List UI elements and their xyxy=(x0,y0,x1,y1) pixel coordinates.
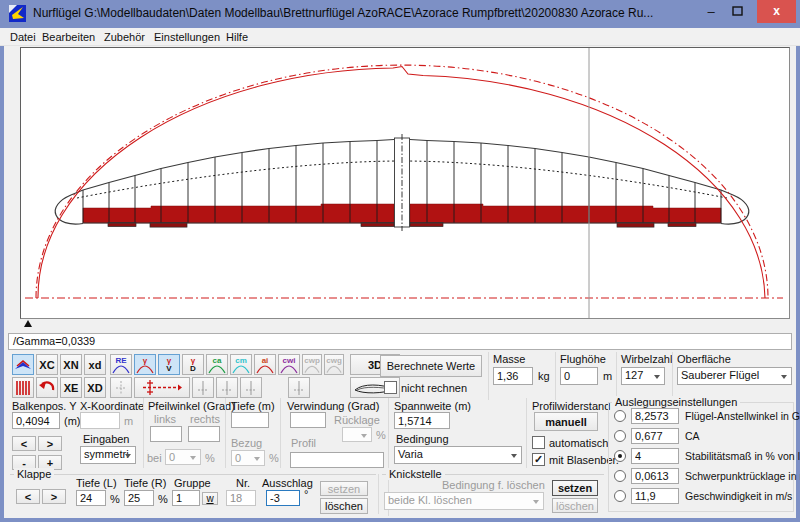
gamma-curve-button[interactable]: γ xyxy=(134,354,156,375)
ca-curve-button[interactable]: ca xyxy=(206,354,228,375)
berechnete-werte-button[interactable]: Berechnete Werte xyxy=(380,355,482,377)
axis-small-button-3[interactable] xyxy=(216,377,238,398)
axis-small-button-4[interactable] xyxy=(240,377,262,398)
flughoehe-input[interactable] xyxy=(560,367,598,385)
wing-canvas[interactable] xyxy=(20,47,790,319)
cwp-curve-button[interactable]: cwp xyxy=(302,354,322,375)
knickstelle-select[interactable]: beide Kl. löschen xyxy=(384,492,544,510)
re-curve-button[interactable]: RE xyxy=(110,354,132,375)
geschwindigkeit-label: Geschwindigkeit in m/s xyxy=(685,490,792,502)
xkoordinate-input[interactable] xyxy=(80,412,120,429)
pfeilwinkel-links-input[interactable] xyxy=(150,426,182,442)
gamma-v-button[interactable]: γ V xyxy=(158,354,180,375)
nicht-rechnen-checkbox[interactable]: nicht rechnen xyxy=(384,381,467,394)
gamma-curve-icon xyxy=(136,365,154,374)
knickstelle-setzen-button[interactable]: setzen xyxy=(552,480,598,496)
gruppe-input[interactable] xyxy=(172,490,200,506)
balkenpos-input[interactable] xyxy=(12,412,60,429)
flughoehe-label: Flughöhe xyxy=(560,353,606,365)
pfeilwinkel-rechts-input[interactable] xyxy=(188,426,220,442)
axis-small-button-5[interactable] xyxy=(288,377,310,398)
menu-item-bearbeiten[interactable]: Bearbeiten xyxy=(38,30,99,44)
spannweite-input[interactable] xyxy=(394,412,450,429)
close-icon: x xyxy=(773,4,780,18)
xd-button[interactable]: xd xyxy=(84,354,106,375)
axis-wide-button[interactable] xyxy=(134,377,190,398)
stabilitaetsmass-input[interactable] xyxy=(631,448,679,464)
gamma-status-field[interactable]: /Gamma=0,0339 xyxy=(8,333,792,350)
klappe-prev-button[interactable]: < xyxy=(16,489,40,504)
klappe-next-button[interactable]: > xyxy=(42,489,66,504)
menu-item-einstellungen[interactable]: Einstellungen xyxy=(150,30,224,44)
tiefe-l-label: Tiefe (L) xyxy=(76,477,117,489)
ai-curve-button[interactable]: ai xyxy=(254,354,276,375)
radio-anstellwinkel[interactable] xyxy=(614,410,626,422)
bedingung-label: Bedingung xyxy=(396,433,449,445)
axis-small-button-1[interactable] xyxy=(110,377,132,398)
bei-select[interactable]: 0 xyxy=(165,449,201,465)
klappe-label: Klappe xyxy=(14,468,54,480)
tiefe-l-percent: % xyxy=(110,493,120,505)
bedingung-select[interactable]: Varia xyxy=(394,446,522,464)
axis-small-button-2[interactable] xyxy=(192,377,214,398)
automatisch-checkbox[interactable]: automatisch xyxy=(532,436,608,449)
rib-stripes-button[interactable] xyxy=(12,377,34,398)
masse-input[interactable] xyxy=(493,367,533,385)
cm-curve-button[interactable]: cm xyxy=(230,354,252,375)
stripes-icon xyxy=(16,381,30,395)
profil-input[interactable] xyxy=(290,452,384,468)
balken-prev-button[interactable]: < xyxy=(12,436,36,451)
tiefe-r-label: Tiefe (R) xyxy=(124,477,166,489)
radio-ca[interactable] xyxy=(614,430,626,442)
verwindung-input[interactable] xyxy=(290,412,326,428)
gamma-d-button[interactable]: γ D xyxy=(182,354,204,375)
nr-input[interactable] xyxy=(226,490,256,506)
ca-input[interactable] xyxy=(631,428,679,444)
menu-item-hilfe[interactable]: Hilfe xyxy=(222,30,252,44)
radio-geschwindigkeit[interactable] xyxy=(614,490,626,502)
menu-item-zubehoer[interactable]: Zubehör xyxy=(100,30,149,44)
minimize-button[interactable]: – xyxy=(700,2,722,22)
schwerpunkt-label: Schwerpunktrücklage in m xyxy=(685,470,800,482)
radio-schwerpunkt[interactable] xyxy=(614,470,626,482)
radio-stabilitaetsmass[interactable] xyxy=(614,450,626,462)
balkenpos-unit: (m) xyxy=(64,415,81,427)
cwi-curve-button[interactable]: cwi xyxy=(278,354,300,375)
klappe-loeschen-button[interactable]: löschen xyxy=(320,498,368,514)
xn-button[interactable]: XN xyxy=(60,354,82,375)
xc-button[interactable]: XC xyxy=(36,354,58,375)
xe-button[interactable]: XE xyxy=(60,377,82,398)
maximize-icon xyxy=(732,6,743,16)
tiefe-m-input[interactable] xyxy=(231,412,269,428)
undo-button[interactable] xyxy=(36,377,58,398)
geschwindigkeit-input[interactable] xyxy=(631,488,679,504)
menu-item-datei[interactable]: Datei xyxy=(6,30,40,44)
oberflaeche-label: Oberfläche xyxy=(677,353,731,365)
app-icon xyxy=(9,5,26,22)
anstellwinkel-label: Flügel-Anstellwinkel in Grad xyxy=(685,410,800,422)
w-button[interactable]: w xyxy=(202,492,218,505)
eingaben-select[interactable]: symmetri xyxy=(80,446,136,464)
klappe-setzen-button[interactable]: setzen xyxy=(320,481,368,496)
wirbelzahl-select[interactable]: 127 xyxy=(621,367,665,385)
tiefe-l-input[interactable] xyxy=(76,490,106,506)
close-button[interactable]: x xyxy=(757,0,796,23)
maximize-button[interactable] xyxy=(726,2,748,22)
oberflaeche-select[interactable]: Sauberer Flügel xyxy=(677,367,792,385)
cwg-curve-button[interactable]: cwg xyxy=(324,354,344,375)
bei-label: bei xyxy=(147,452,162,464)
auslegung-label: Auslegungseinstellungen xyxy=(612,396,740,408)
xd2-button[interactable]: XD xyxy=(84,377,106,398)
planform-view-button[interactable] xyxy=(12,354,34,375)
blasenber-checkbox[interactable]: ✓ mit Blasenber. xyxy=(532,453,619,466)
anstellwinkel-input[interactable] xyxy=(631,408,679,424)
schwerpunkt-input[interactable] xyxy=(631,468,679,484)
ruecklage-select[interactable] xyxy=(342,427,372,442)
bezug-select[interactable]: 0 xyxy=(231,450,265,466)
bedingung-loeschen-label: Bedingung f. löschen xyxy=(442,479,545,491)
manuell-button[interactable]: manuell xyxy=(534,412,598,431)
balken-next-button[interactable]: > xyxy=(38,436,62,451)
tiefe-r-input[interactable] xyxy=(124,490,154,506)
knickstelle-loeschen-button[interactable]: löschen xyxy=(552,498,598,513)
ausschlag-input[interactable] xyxy=(266,490,300,506)
